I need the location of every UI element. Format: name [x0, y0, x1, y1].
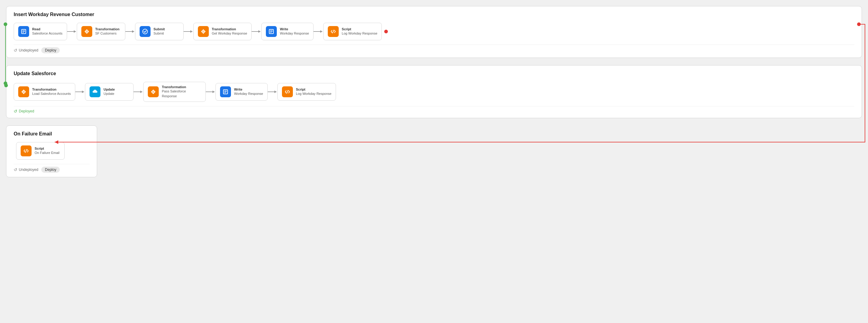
script-icon2	[282, 86, 293, 97]
svg-marker-34	[212, 91, 215, 93]
group1-deploy-button[interactable]: Deploy	[41, 47, 60, 53]
step-text: Read Salesforce Accounts	[32, 27, 63, 36]
flow-group-on-failure: On Failure Email Script On Failure Email	[6, 125, 97, 177]
arrow3	[184, 29, 193, 34]
group2-flow-row: Transformation Load Salesforce Accounts …	[14, 82, 854, 102]
step-name: On Failure Email	[35, 151, 60, 155]
step-text: Write Workday Response	[280, 27, 309, 36]
step-type: Read	[32, 27, 63, 31]
salesforce-icon	[90, 86, 100, 97]
step-text: Transformation Pass Salesforce Response	[162, 85, 201, 99]
group1-footer: ↺ Undeployed Deploy	[14, 44, 854, 53]
svg-marker-9	[132, 30, 134, 33]
step-name: Workday Response	[280, 31, 309, 36]
group2-status: ↺ Deployed	[14, 109, 34, 114]
svg-marker-30	[140, 91, 143, 93]
step-type: Script	[342, 27, 377, 31]
group2-start-dot	[4, 84, 8, 87]
arrow6	[75, 89, 85, 94]
svg-line-41	[287, 90, 288, 93]
svg-marker-12	[190, 30, 193, 33]
group3-footer: ↺ Undeployed Deploy	[14, 164, 90, 173]
canvas: Insert Workday Revenue Customer Read Sal…	[6, 6, 862, 177]
step-submit[interactable]: Submit Submit	[135, 23, 184, 40]
read-icon	[18, 26, 29, 37]
step-name: Submit	[154, 31, 165, 36]
step-name: Update	[103, 92, 115, 96]
step-type: Script	[35, 147, 60, 151]
group1-title: Insert Workday Revenue Customer	[14, 12, 854, 17]
step-script-log[interactable]: Script Log Workday Response	[323, 23, 382, 40]
svg-marker-5	[74, 30, 76, 33]
flow-group-update-salesforce: Update Salesforce Transformation Load Sa…	[6, 65, 862, 118]
step-type: Transformation	[32, 87, 71, 92]
arrow8	[206, 89, 215, 94]
step-update[interactable]: Update Update	[85, 83, 133, 101]
svg-line-24	[333, 30, 334, 33]
step-type: Write	[280, 27, 309, 31]
step-name: Load Salesforce Accounts	[32, 92, 71, 96]
arrow4	[252, 29, 261, 34]
step-transform-pass[interactable]: Transformation Pass Salesforce Response	[143, 82, 206, 102]
step-text: Script Log Workday Response	[296, 87, 332, 96]
group1-status-label: Undeployed	[19, 48, 38, 52]
step-text: Transformation Load Salesforce Accounts	[32, 87, 71, 96]
step-text: Script Log Workday Response	[342, 27, 377, 36]
step-script-log2[interactable]: Script Log Workday Response	[277, 83, 336, 101]
step-name: Log Workday Response	[296, 92, 332, 96]
arrow7	[133, 89, 143, 94]
step-type: Update	[103, 87, 115, 92]
step-text: Transformation SF Customers	[95, 27, 120, 36]
svg-point-10	[143, 29, 148, 34]
step-transform-workday[interactable]: Transformation Get Workday Response	[193, 23, 252, 40]
step-text: Write Workday Response	[234, 87, 263, 96]
group2-title: Update Salesforce	[14, 71, 854, 76]
step-type: Transformation	[162, 85, 201, 89]
arrow9	[268, 89, 277, 94]
flow-group-insert-workday: Insert Workday Revenue Customer Read Sal…	[6, 6, 862, 58]
step-transform-sf[interactable]: Transformation SF Customers	[77, 23, 125, 40]
arrow2	[125, 29, 135, 34]
script-icon3	[21, 145, 32, 156]
step-text: Script On Failure Email	[35, 147, 60, 155]
group3-flow-row: Script On Failure Email	[14, 142, 90, 160]
arrow5	[313, 29, 323, 34]
step-name: Pass Salesforce Response	[162, 89, 201, 99]
group1-flow-row: Read Salesforce Accounts Transformati	[14, 23, 854, 40]
group1-status: ↺ Undeployed	[14, 48, 38, 53]
step-name: Workday Response	[234, 92, 263, 96]
svg-line-42	[26, 149, 27, 152]
write-icon	[266, 26, 277, 37]
arrow1	[67, 29, 77, 34]
group1-end-dot	[384, 30, 388, 33]
step-text: Submit Submit	[154, 27, 165, 36]
step-transform-load[interactable]: Transformation Load Salesforce Accounts	[14, 83, 75, 101]
group2-status-label: Deployed	[19, 109, 34, 113]
svg-marker-40	[274, 91, 277, 93]
step-type: Transformation	[212, 27, 247, 31]
group3-deploy-button[interactable]: Deploy	[41, 167, 60, 173]
step-write-workday2[interactable]: Write Workday Response	[215, 83, 268, 101]
svg-marker-16	[258, 30, 261, 33]
group3-status-label: Undeployed	[19, 168, 38, 172]
step-text: Update Update	[103, 87, 115, 96]
transform-icon2	[198, 26, 209, 37]
transform-icon4	[148, 86, 159, 97]
group2-footer: ↺ Deployed	[14, 106, 854, 114]
step-name: Salesforce Accounts	[32, 31, 63, 36]
workday-icon	[140, 26, 151, 37]
group3-status: ↺ Undeployed	[14, 167, 38, 172]
script-icon	[328, 26, 339, 37]
step-read-salesforce[interactable]: Read Salesforce Accounts	[14, 23, 67, 40]
step-name: Get Workday Response	[212, 31, 247, 36]
step-type: Script	[296, 87, 332, 92]
step-name: SF Customers	[95, 31, 120, 36]
transform-icon	[81, 26, 92, 37]
group3-title: On Failure Email	[14, 131, 90, 137]
step-type: Transformation	[95, 27, 120, 31]
write-icon2	[220, 86, 231, 97]
step-script-failure[interactable]: Script On Failure Email	[16, 142, 65, 160]
step-type: Write	[234, 87, 263, 92]
step-write-workday[interactable]: Write Workday Response	[261, 23, 313, 40]
step-type: Submit	[154, 27, 165, 31]
